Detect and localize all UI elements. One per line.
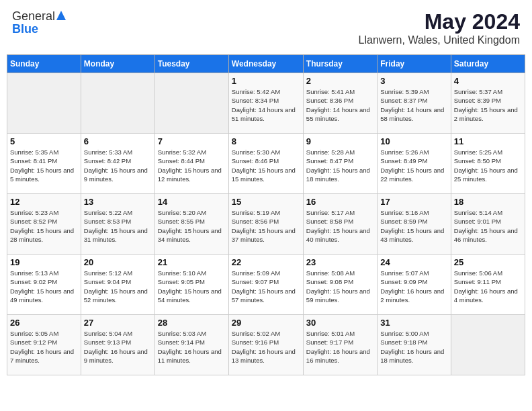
day-info: Sunrise: 5:19 AMSunset: 8:56 PMDaylight:… (232, 208, 300, 244)
day-number: 19 (10, 257, 78, 267)
day-cell: 14Sunrise: 5:20 AMSunset: 8:55 PMDayligh… (154, 194, 228, 255)
day-number: 14 (158, 197, 226, 207)
day-info: Sunrise: 5:25 AMSunset: 8:50 PMDaylight:… (454, 148, 522, 183)
day-info: Sunrise: 5:09 AMSunset: 9:07 PMDaylight:… (232, 269, 300, 304)
logo-general: General (12, 9, 55, 24)
calendar-body: 1Sunrise: 5:42 AMSunset: 8:34 PMDaylight… (7, 73, 525, 375)
day-info: Sunrise: 5:32 AMSunset: 8:44 PMDaylight:… (158, 148, 226, 183)
day-cell: 22Sunrise: 5:09 AMSunset: 9:07 PMDayligh… (228, 255, 303, 315)
header-cell-wednesday: Wednesday (228, 55, 303, 73)
logo: General Blue (12, 9, 66, 36)
header-cell-sunday: Sunday (7, 55, 81, 73)
day-cell: 4Sunrise: 5:37 AMSunset: 8:39 PMDaylight… (451, 73, 525, 134)
header-cell-thursday: Thursday (303, 55, 377, 73)
day-info: Sunrise: 5:04 AMSunset: 9:13 PMDaylight:… (84, 329, 152, 365)
day-info: Sunrise: 5:03 AMSunset: 9:14 PMDaylight:… (158, 329, 226, 365)
week-row-5: 26Sunrise: 5:05 AMSunset: 9:12 PMDayligh… (7, 315, 525, 375)
day-info: Sunrise: 5:14 AMSunset: 9:01 PMDaylight:… (454, 208, 522, 244)
day-info: Sunrise: 5:28 AMSunset: 8:47 PMDaylight:… (306, 148, 374, 183)
day-number: 5 (10, 136, 78, 146)
logo-text: General (12, 9, 66, 24)
day-number: 2 (306, 76, 374, 86)
page-header: General Blue May 2024 Llanwern, Wales, U… (7, 7, 525, 49)
day-number: 16 (306, 197, 374, 207)
day-info: Sunrise: 5:16 AMSunset: 8:59 PMDaylight:… (380, 208, 447, 244)
day-cell: 13Sunrise: 5:22 AMSunset: 8:53 PMDayligh… (81, 194, 154, 255)
calendar-table: SundayMondayTuesdayWednesdayThursdayFrid… (7, 54, 525, 375)
week-row-2: 5Sunrise: 5:35 AMSunset: 8:41 PMDaylight… (7, 134, 525, 194)
day-number: 9 (306, 136, 374, 146)
day-number: 4 (454, 76, 522, 86)
day-number: 17 (380, 197, 447, 207)
day-info: Sunrise: 5:10 AMSunset: 9:05 PMDaylight:… (158, 269, 226, 304)
day-cell: 19Sunrise: 5:13 AMSunset: 9:02 PMDayligh… (7, 255, 81, 315)
logo-blue-text: Blue (12, 22, 38, 36)
svg-marker-0 (56, 11, 66, 20)
day-cell: 20Sunrise: 5:12 AMSunset: 9:04 PMDayligh… (81, 255, 154, 315)
day-info: Sunrise: 5:33 AMSunset: 8:42 PMDaylight:… (84, 148, 152, 183)
day-number: 10 (380, 136, 447, 146)
day-number: 30 (306, 318, 374, 328)
day-info: Sunrise: 5:12 AMSunset: 9:04 PMDaylight:… (84, 269, 152, 304)
day-number: 18 (454, 197, 522, 207)
day-info: Sunrise: 5:07 AMSunset: 9:09 PMDaylight:… (380, 269, 447, 304)
day-info: Sunrise: 5:01 AMSunset: 9:17 PMDaylight:… (306, 329, 374, 365)
day-number: 25 (454, 257, 522, 267)
day-cell: 28Sunrise: 5:03 AMSunset: 9:14 PMDayligh… (154, 315, 228, 375)
day-info: Sunrise: 5:30 AMSunset: 8:46 PMDaylight:… (232, 148, 300, 183)
day-info: Sunrise: 5:02 AMSunset: 9:16 PMDaylight:… (232, 329, 300, 365)
day-number: 13 (84, 197, 152, 207)
day-cell (81, 73, 154, 134)
header-row: SundayMondayTuesdayWednesdayThursdayFrid… (7, 55, 525, 73)
day-number: 21 (158, 257, 226, 267)
day-info: Sunrise: 5:00 AMSunset: 9:18 PMDaylight:… (380, 329, 447, 365)
header-cell-saturday: Saturday (451, 55, 525, 73)
day-number: 15 (232, 197, 300, 207)
day-cell: 30Sunrise: 5:01 AMSunset: 9:17 PMDayligh… (303, 315, 377, 375)
day-number: 7 (158, 136, 226, 146)
day-info: Sunrise: 5:42 AMSunset: 8:34 PMDaylight:… (232, 87, 300, 123)
location-title: Llanwern, Wales, United Kingdom (359, 34, 520, 46)
day-info: Sunrise: 5:26 AMSunset: 8:49 PMDaylight:… (380, 148, 447, 183)
day-cell: 1Sunrise: 5:42 AMSunset: 8:34 PMDaylight… (228, 73, 303, 134)
day-number: 27 (84, 318, 152, 328)
day-cell: 15Sunrise: 5:19 AMSunset: 8:56 PMDayligh… (228, 194, 303, 255)
day-info: Sunrise: 5:06 AMSunset: 9:11 PMDaylight:… (454, 269, 522, 304)
day-cell: 10Sunrise: 5:26 AMSunset: 8:49 PMDayligh… (378, 134, 451, 194)
day-cell: 7Sunrise: 5:32 AMSunset: 8:44 PMDaylight… (154, 134, 228, 194)
day-number: 8 (232, 136, 300, 146)
day-number: 6 (84, 136, 152, 146)
month-title: May 2024 (359, 9, 520, 34)
header-cell-tuesday: Tuesday (154, 55, 228, 73)
day-number: 26 (10, 318, 78, 328)
week-row-4: 19Sunrise: 5:13 AMSunset: 9:02 PMDayligh… (7, 255, 525, 315)
day-cell: 18Sunrise: 5:14 AMSunset: 9:01 PMDayligh… (451, 194, 525, 255)
day-cell: 12Sunrise: 5:23 AMSunset: 8:52 PMDayligh… (7, 194, 81, 255)
day-cell: 31Sunrise: 5:00 AMSunset: 9:18 PMDayligh… (378, 315, 451, 375)
day-number: 28 (158, 318, 226, 328)
day-cell (451, 315, 525, 375)
day-number: 31 (380, 318, 447, 328)
day-info: Sunrise: 5:08 AMSunset: 9:08 PMDaylight:… (306, 269, 374, 304)
day-cell: 6Sunrise: 5:33 AMSunset: 8:42 PMDaylight… (81, 134, 154, 194)
day-cell: 8Sunrise: 5:30 AMSunset: 8:46 PMDaylight… (228, 134, 303, 194)
day-number: 23 (306, 257, 374, 267)
day-cell (154, 73, 228, 134)
header-cell-friday: Friday (378, 55, 451, 73)
day-info: Sunrise: 5:23 AMSunset: 8:52 PMDaylight:… (10, 208, 78, 244)
day-cell: 11Sunrise: 5:25 AMSunset: 8:50 PMDayligh… (451, 134, 525, 194)
day-cell: 3Sunrise: 5:39 AMSunset: 8:37 PMDaylight… (378, 73, 451, 134)
day-number: 29 (232, 318, 300, 328)
day-cell: 23Sunrise: 5:08 AMSunset: 9:08 PMDayligh… (303, 255, 377, 315)
day-info: Sunrise: 5:13 AMSunset: 9:02 PMDaylight:… (10, 269, 78, 304)
day-cell: 21Sunrise: 5:10 AMSunset: 9:05 PMDayligh… (154, 255, 228, 315)
day-number: 11 (454, 136, 522, 146)
day-info: Sunrise: 5:17 AMSunset: 8:58 PMDaylight:… (306, 208, 374, 244)
day-number: 12 (10, 197, 78, 207)
day-number: 22 (232, 257, 300, 267)
day-number: 3 (380, 76, 447, 86)
day-info: Sunrise: 5:39 AMSunset: 8:37 PMDaylight:… (380, 87, 447, 123)
day-number: 24 (380, 257, 447, 267)
week-row-3: 12Sunrise: 5:23 AMSunset: 8:52 PMDayligh… (7, 194, 525, 255)
day-cell: 27Sunrise: 5:04 AMSunset: 9:13 PMDayligh… (81, 315, 154, 375)
